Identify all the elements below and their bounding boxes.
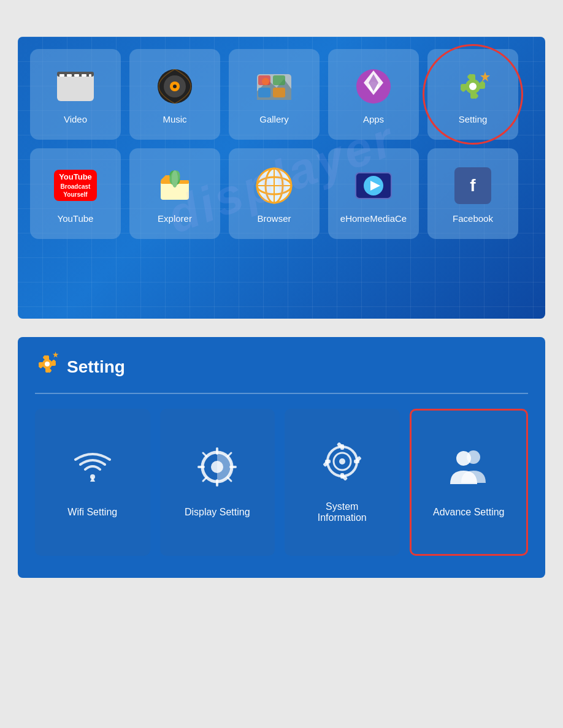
gallery-tile[interactable]: Gallery — [229, 49, 320, 140]
wifi-setting-tile[interactable]: Wifi Setting — [35, 409, 150, 556]
svg-rect-15 — [273, 75, 285, 85]
svg-rect-6 — [89, 74, 91, 77]
svg-marker-30 — [480, 72, 490, 82]
svg-rect-17 — [273, 88, 285, 97]
svg-point-10 — [173, 85, 177, 88]
music-label: Music — [163, 114, 186, 124]
svg-line-64 — [203, 453, 207, 457]
svg-marker-56 — [53, 352, 59, 358]
svg-line-65 — [228, 453, 231, 457]
setting-panel-title: Setting — [67, 357, 125, 377]
apps-tile[interactable]: Apps — [328, 49, 419, 140]
video-label: Video — [64, 114, 87, 124]
svg-rect-5 — [82, 74, 86, 77]
video-tile[interactable]: Video — [30, 49, 121, 140]
display-setting-label: Display Setting — [185, 507, 250, 518]
svg-rect-2 — [59, 74, 64, 77]
setting-divider — [35, 393, 528, 394]
system-info-tile[interactable]: System Information — [285, 409, 400, 556]
music-icon — [153, 65, 196, 108]
svg-point-57 — [90, 474, 95, 479]
music-tile[interactable]: Music — [129, 49, 220, 140]
svg-point-21 — [469, 83, 477, 90]
advance-setting-icon — [446, 447, 491, 492]
gallery-icon — [253, 65, 296, 108]
svg-point-80 — [456, 451, 471, 466]
youtube-label: YouTube — [58, 213, 94, 224]
wifi-setting-label: Wifi Setting — [67, 507, 117, 518]
svg-rect-16 — [258, 88, 270, 97]
setting-screen-panel: Setting Wifi Setting — [18, 337, 545, 578]
video-icon — [54, 65, 97, 108]
browser-tile[interactable]: Browser — [229, 148, 320, 239]
facebook-label: Facebook — [453, 213, 493, 224]
facebook-tile[interactable]: f Facebook — [427, 148, 518, 239]
setting-label: Setting — [459, 114, 488, 124]
browser-icon — [253, 164, 296, 207]
setting-icon — [451, 65, 494, 108]
home-screen-panel: Video Music — [18, 37, 545, 319]
app-row-2: YouTube Broadcast Yourself YouTube — [30, 148, 533, 239]
ehome-tile[interactable]: eHomeMediaCe — [328, 148, 419, 239]
ehome-label: eHomeMediaCe — [340, 213, 407, 224]
svg-rect-4 — [74, 74, 79, 77]
ehome-icon — [352, 164, 395, 207]
browser-label: Browser — [257, 213, 291, 224]
facebook-icon: f — [451, 164, 494, 207]
setting-tile[interactable]: Setting — [427, 49, 518, 140]
svg-point-59 — [211, 461, 223, 473]
explorer-label: Explorer — [158, 213, 192, 224]
apps-label: Apps — [363, 114, 384, 124]
gallery-label: Gallery — [259, 114, 289, 124]
svg-line-66 — [203, 477, 207, 481]
svg-point-35 — [172, 170, 178, 188]
svg-point-70 — [339, 458, 345, 464]
app-row-1: Video Music — [30, 49, 533, 140]
explorer-icon — [153, 164, 196, 207]
display-setting-icon — [197, 447, 237, 492]
svg-point-47 — [45, 362, 50, 366]
svg-rect-14 — [258, 75, 270, 85]
wifi-setting-icon — [73, 447, 112, 492]
setting-tiles-grid: Wifi Setting — [35, 409, 528, 556]
setting-header: Setting — [35, 352, 528, 382]
setting-header-gear-icon — [35, 352, 59, 382]
system-info-label: System Information — [318, 501, 367, 523]
apps-icon — [352, 65, 395, 108]
youtube-icon: YouTube Broadcast Yourself — [54, 164, 97, 207]
svg-rect-3 — [67, 74, 72, 77]
system-info-icon — [323, 442, 362, 487]
advance-setting-label: Advance Setting — [433, 507, 505, 518]
explorer-tile[interactable]: Explorer — [129, 148, 220, 239]
display-setting-tile[interactable]: Display Setting — [160, 409, 275, 556]
svg-line-67 — [228, 477, 231, 481]
youtube-tile[interactable]: YouTube Broadcast Yourself YouTube — [30, 148, 121, 239]
advance-setting-tile[interactable]: Advance Setting — [410, 409, 529, 556]
